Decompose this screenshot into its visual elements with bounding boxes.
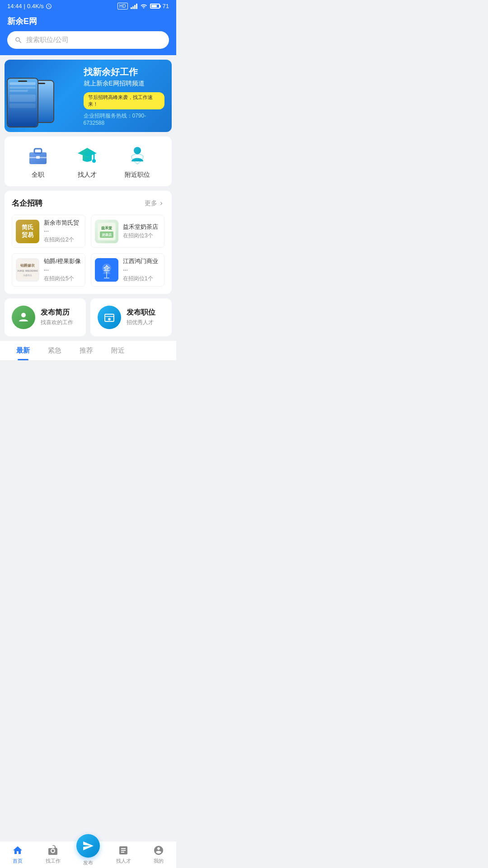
resume-title: 发布简历	[41, 308, 73, 317]
banner-sub-title: 就上新余E网招聘频道	[84, 80, 165, 88]
wifi-icon	[140, 3, 147, 9]
svg-rect-2	[34, 149, 42, 153]
company-jobs-jiangxi: 在招岗位1个	[123, 275, 160, 283]
company-name-bojue: 铂爵/橙果影像···	[44, 257, 81, 274]
banner-text: 找新余好工作 就上新余E网招聘频道 节后招聘高峰来袭，找工作速来！ 企业招聘服务…	[80, 60, 172, 132]
location-person-icon	[126, 144, 149, 167]
search-icon	[14, 36, 23, 44]
post-text: 发布职位 招优秀人才	[127, 308, 155, 326]
signal-icon	[131, 4, 137, 9]
chevron-right-icon	[158, 200, 164, 207]
company-logo-yihe: 益禾堂 奶茶店	[95, 220, 118, 243]
nearby-label: 附近职位	[125, 171, 150, 179]
tab-urgent[interactable]: 紧急	[39, 341, 70, 360]
feed-tabs: 最新 紧急 推荐 附近	[0, 341, 176, 361]
resume-text: 发布简历 找喜欢的工作	[41, 308, 73, 326]
company-jobs-bojue: 在招岗位5个	[44, 275, 81, 283]
banner[interactable]: 找新余好工作 就上新余E网招聘频道 节后招聘高峰来袭，找工作速来！ 企业招聘服务…	[5, 60, 172, 132]
resume-icon	[12, 306, 35, 329]
company-logo-jiangxi: 企	[95, 258, 118, 282]
tab-latest[interactable]: 最新	[7, 341, 39, 360]
svg-point-8	[134, 147, 141, 154]
banner-hotline: 企业招聘服务热线：0790-6732588	[84, 112, 165, 126]
company-item-jiangxi[interactable]: 企 江西鸿门商业··· 在招岗位1个	[91, 253, 164, 286]
phone-mockup-front	[7, 78, 38, 127]
post-icon	[98, 306, 121, 329]
tab-recommend[interactable]: 推荐	[70, 341, 102, 360]
svg-rect-4	[36, 156, 40, 159]
quick-nav: 全职 找人才	[5, 137, 172, 186]
fulltime-label: 全职	[32, 171, 44, 179]
graduation-icon	[76, 144, 99, 167]
company-item-bojue[interactable]: 铂爵嫁衣 DUKE WEDDING 为爱而生 铂爵/橙果影像··· 在招岗位5个	[12, 253, 85, 286]
company-logo-jian: 简氏贸易	[16, 220, 39, 243]
svg-text:企: 企	[103, 264, 110, 272]
svg-point-7	[92, 159, 96, 163]
header: 新余E网 搜索职位/公司	[0, 12, 176, 55]
section-header: 名企招聘 更多	[12, 198, 164, 208]
company-name-jian: 新余市简氏贸···	[44, 219, 81, 235]
more-companies-button[interactable]: 更多	[145, 199, 164, 208]
company-info-yihe: 益禾堂奶茶店 在招岗位3个	[123, 223, 158, 240]
status-left: 14:44 | 0.4K/s	[7, 3, 52, 9]
company-logo-bojue: 铂爵嫁衣 DUKE WEDDING 为爱而生	[16, 258, 39, 282]
svg-text:DUKE WEDDING: DUKE WEDDING	[17, 269, 38, 272]
company-name-yihe: 益禾堂奶茶店	[123, 223, 158, 231]
tab-nearby[interactable]: 附近	[102, 341, 134, 360]
talent-label: 找人才	[78, 171, 97, 179]
nav-item-fulltime[interactable]: 全职	[26, 144, 50, 179]
banner-phones	[5, 60, 80, 132]
company-jobs-jian: 在招岗位2个	[44, 236, 81, 244]
publish-job-card[interactable]: 发布职位 招优秀人才	[90, 298, 172, 336]
publish-resume-card[interactable]: 发布简历 找喜欢的工作	[5, 298, 86, 336]
battery-level: 71	[163, 3, 169, 9]
talent-icon-container	[75, 144, 99, 167]
nearby-icon-container	[126, 144, 149, 167]
post-sub: 招优秀人才	[127, 319, 155, 326]
nav-item-nearby[interactable]: 附近职位	[125, 144, 150, 179]
post-title: 发布职位	[127, 308, 155, 317]
app-title: 新余E网	[7, 16, 169, 27]
svg-text:为爱而生: 为爱而生	[23, 274, 33, 277]
company-jobs-yihe: 在招岗位3个	[123, 232, 158, 240]
svg-text:铂爵嫁衣: 铂爵嫁衣	[20, 263, 35, 268]
banner-main-title: 找新余好工作	[84, 66, 165, 78]
company-item-jian[interactable]: 简氏贸易 新余市简氏贸··· 在招岗位2个	[12, 215, 85, 248]
briefcase-icon	[27, 144, 49, 167]
company-item-yihe[interactable]: 益禾堂 奶茶店 益禾堂奶茶店 在招岗位3个	[91, 215, 164, 248]
banner-tag: 节后招聘高峰来袭，找工作速来！	[84, 92, 165, 109]
company-grid: 简氏贸易 新余市简氏贸··· 在招岗位2个 益禾堂 奶茶店	[12, 215, 164, 287]
network-speed: 0.4K/s	[27, 3, 44, 9]
company-info-jiangxi: 江西鸿门商业··· 在招岗位1个	[123, 257, 160, 282]
battery-icon	[150, 4, 160, 9]
resume-sub: 找喜欢的工作	[41, 319, 73, 326]
section-title: 名企招聘	[12, 198, 42, 208]
search-bar[interactable]: 搜索职位/公司	[7, 31, 169, 49]
hd-badge: HD	[117, 3, 127, 9]
companies-section: 名企招聘 更多 简氏贸易 新余市简氏贸··· 在招岗位2个	[5, 191, 172, 294]
company-info-bojue: 铂爵/橙果影像··· 在招岗位5个	[44, 257, 81, 282]
time-display: 14:44	[7, 3, 22, 9]
action-cards: 发布简历 找喜欢的工作 发布职位 招优秀人才	[5, 298, 172, 336]
company-info-jian: 新余市简氏贸··· 在招岗位2个	[44, 219, 81, 244]
speed-display: |	[24, 3, 25, 9]
svg-text:益禾堂: 益禾堂	[101, 226, 113, 230]
status-right: HD 71	[117, 3, 169, 9]
search-placeholder: 搜索职位/公司	[26, 36, 69, 44]
status-bar: 14:44 | 0.4K/s HD 71	[0, 0, 176, 12]
fulltime-icon-container	[26, 144, 50, 167]
svg-point-23	[108, 318, 111, 321]
company-name-jiangxi: 江西鸿门商业···	[123, 257, 160, 274]
svg-text:奶茶店: 奶茶店	[102, 233, 112, 237]
nav-item-talent[interactable]: 找人才	[75, 144, 99, 179]
svg-point-21	[21, 313, 26, 317]
alarm-icon	[46, 3, 52, 9]
